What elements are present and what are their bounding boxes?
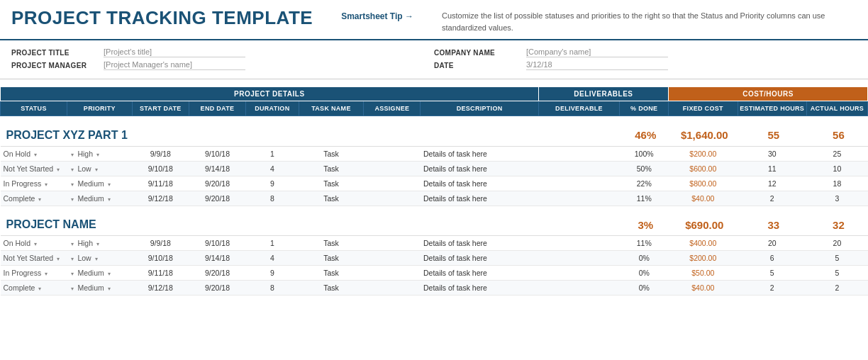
project-actualhours-1: 32	[806, 211, 867, 236]
priority-cell[interactable]: ▾ High ▾	[67, 146, 132, 161]
assignee-cell	[364, 266, 421, 281]
priority-cell[interactable]: ▾ High ▾	[67, 236, 132, 251]
taskname-cell: Task	[299, 191, 364, 206]
start-date-cell: 9/10/18	[132, 161, 189, 176]
status-dropdown-arrow[interactable]: ▾	[38, 286, 41, 292]
status-dropdown-arrow[interactable]: ▾	[34, 152, 37, 158]
esthours-cell: 5	[738, 266, 806, 281]
status-cell[interactable]: Complete ▾	[1, 281, 67, 296]
priority-cell[interactable]: ▾ Medium ▾	[67, 191, 132, 206]
table-row: Not Yet Started ▾ ▾ Low ▾ 9/10/18 9/14/1…	[1, 251, 868, 266]
priority-cell[interactable]: ▾ Medium ▾	[67, 176, 132, 191]
assignee-cell	[364, 161, 421, 176]
status-cell[interactable]: On Hold ▾	[1, 146, 67, 161]
priority-dropdown-arrow[interactable]: ▾	[71, 286, 74, 292]
status-dropdown-arrow[interactable]: ▾	[38, 196, 41, 203]
table-row: Not Yet Started ▾ ▾ Low ▾ 9/10/18 9/14/1…	[1, 161, 868, 176]
company-info-group: COMPANY NAME [Company's name] DATE 3/12/…	[434, 47, 857, 73]
col-actualhours-header: ACTUAL HOURS	[806, 101, 867, 116]
priority-expand-arrow[interactable]: ▾	[108, 271, 111, 277]
desc-cell: Details of task here	[421, 161, 538, 176]
actualhours-cell: 18	[806, 176, 867, 191]
duration-cell: 1	[246, 146, 299, 161]
status-cell[interactable]: In Progress ▾	[1, 176, 67, 191]
col-start-header: START DATE	[132, 101, 189, 116]
col-duration-header: DURATION	[246, 101, 299, 116]
status-dropdown-arrow[interactable]: ▾	[45, 271, 48, 277]
column-header-row: STATUS PRIORITY START DATE END DATE DURA…	[1, 101, 868, 116]
status-cell[interactable]: Complete ▾	[1, 191, 67, 206]
priority-cell[interactable]: ▾ Medium ▾	[67, 281, 132, 296]
pctdone-cell: 11%	[620, 236, 669, 251]
taskname-cell: Task	[299, 251, 364, 266]
col-priority-header: PRIORITY	[67, 101, 132, 116]
priority-cell[interactable]: ▾ Medium ▾	[67, 266, 132, 281]
duration-cell: 8	[246, 281, 299, 296]
priority-dropdown-arrow[interactable]: ▾	[71, 152, 74, 158]
end-date-cell: 9/20/18	[189, 176, 245, 191]
esthours-cell: 12	[738, 176, 806, 191]
priority-dropdown-arrow[interactable]: ▾	[71, 196, 74, 203]
deliverables-header: DELIVERABLES	[538, 87, 668, 101]
priority-cell[interactable]: ▾ Low ▾	[67, 251, 132, 266]
esthours-cell: 20	[738, 236, 806, 251]
desc-cell: Details of task here	[421, 191, 538, 206]
start-date-cell: 9/12/18	[132, 191, 189, 206]
col-status-header: STATUS	[1, 101, 67, 116]
col-end-header: END DATE	[189, 101, 245, 116]
end-date-cell: 9/20/18	[189, 266, 245, 281]
status-dropdown-arrow[interactable]: ▾	[57, 256, 60, 262]
cost-hours-header: COST/HOURS	[669, 87, 868, 101]
project-manager-value: [Project Manager's name]	[104, 60, 245, 70]
status-dropdown-arrow[interactable]: ▾	[45, 181, 48, 188]
deliverable-cell	[538, 161, 620, 176]
smartsheet-tip-anchor[interactable]: Smartsheet Tip →	[341, 11, 413, 21]
taskname-cell: Task	[299, 236, 364, 251]
col-assignee-header: ASSIGNEE	[364, 101, 421, 116]
date-value: 3/12/18	[526, 60, 668, 70]
status-cell[interactable]: On Hold ▾	[1, 236, 67, 251]
status-cell[interactable]: In Progress ▾	[1, 266, 67, 281]
start-date-cell: 9/11/18	[132, 266, 189, 281]
pctdone-cell: 11%	[620, 191, 669, 206]
status-dropdown-arrow[interactable]: ▾	[34, 241, 37, 247]
smartsheet-tip-link[interactable]: Smartsheet Tip →	[341, 7, 413, 21]
main-table-container: PROJECT DETAILS DELIVERABLES COST/HOURS …	[0, 86, 868, 296]
company-name-value: [Company's name]	[526, 47, 668, 57]
priority-dropdown-arrow[interactable]: ▾	[71, 181, 74, 188]
priority-expand-arrow[interactable]: ▾	[95, 167, 98, 173]
status-cell[interactable]: Not Yet Started ▾	[1, 161, 67, 176]
fixedcost-cell: $400.00	[669, 236, 738, 251]
priority-expand-arrow[interactable]: ▾	[95, 256, 98, 262]
fixedcost-cell: $50.00	[669, 266, 738, 281]
table-row: In Progress ▾ ▾ Medium ▾ 9/11/18 9/20/18…	[1, 266, 868, 281]
pctdone-cell: 0%	[620, 266, 669, 281]
project-pct-0: 46%	[620, 122, 669, 147]
priority-expand-arrow[interactable]: ▾	[108, 196, 111, 203]
priority-dropdown-arrow[interactable]: ▾	[71, 271, 74, 277]
esthours-cell: 2	[738, 191, 806, 206]
priority-dropdown-arrow[interactable]: ▾	[71, 241, 74, 247]
taskname-cell: Task	[299, 161, 364, 176]
start-date-cell: 9/12/18	[132, 281, 189, 296]
priority-cell[interactable]: ▾ Low ▾	[67, 161, 132, 176]
project-cost-1: $690.00	[669, 211, 738, 236]
project-title-row: PROJECT TITLE [Project's title]	[11, 47, 434, 57]
col-esthours-header: ESTIMATED HOURS	[738, 101, 806, 116]
assignee-cell	[364, 236, 421, 251]
assignee-cell	[364, 251, 421, 266]
status-dropdown-arrow[interactable]: ▾	[57, 167, 60, 173]
priority-expand-arrow[interactable]: ▾	[108, 181, 111, 188]
desc-cell: Details of task here	[421, 236, 538, 251]
status-cell[interactable]: Not Yet Started ▾	[1, 251, 67, 266]
priority-expand-arrow[interactable]: ▾	[96, 152, 99, 158]
date-row: DATE 3/12/18	[434, 60, 857, 70]
assignee-cell	[364, 176, 421, 191]
priority-dropdown-arrow[interactable]: ▾	[71, 256, 74, 262]
priority-dropdown-arrow[interactable]: ▾	[71, 167, 74, 173]
actualhours-cell: 5	[806, 251, 867, 266]
duration-cell: 4	[246, 251, 299, 266]
actualhours-cell: 2	[806, 281, 867, 296]
priority-expand-arrow[interactable]: ▾	[96, 241, 99, 247]
priority-expand-arrow[interactable]: ▾	[108, 286, 111, 292]
